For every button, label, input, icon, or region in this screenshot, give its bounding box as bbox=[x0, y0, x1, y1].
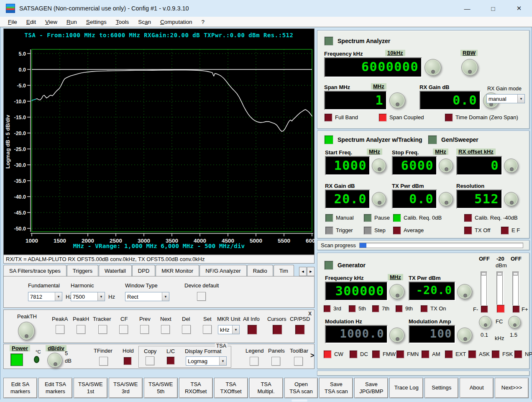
mkr-unit-select[interactable]: kHz▼ bbox=[218, 325, 240, 334]
next-button[interactable]: Next>>> bbox=[495, 378, 529, 398]
next-button[interactable] bbox=[161, 325, 170, 334]
cppsd-indicator[interactable] bbox=[295, 325, 305, 335]
save-jpg-bmp-button[interactable]: SaveJPG/BMP bbox=[354, 378, 388, 398]
menu-scan[interactable]: Scan bbox=[133, 18, 156, 26]
chevron-down-icon[interactable]: ▼ bbox=[232, 325, 239, 334]
sa-rx-gain-display[interactable]: 0.0 bbox=[419, 91, 481, 110]
maximize-button[interactable]: □ bbox=[480, 0, 506, 17]
chevron-down-icon[interactable]: ▼ bbox=[97, 292, 105, 301]
manual-indicator[interactable] bbox=[325, 214, 333, 222]
harm-5th-indicator[interactable] bbox=[348, 305, 356, 312]
legend-button[interactable] bbox=[250, 357, 258, 366]
menu-view[interactable]: View bbox=[41, 18, 62, 26]
cf-button[interactable] bbox=[119, 325, 128, 334]
about-button[interactable]: About bbox=[460, 378, 494, 398]
menu-file[interactable]: File bbox=[3, 18, 22, 26]
trk-rx-gain-knob[interactable] bbox=[372, 192, 386, 206]
sa-rbw-label[interactable]: RBW bbox=[460, 50, 478, 56]
copy-button[interactable] bbox=[146, 356, 154, 365]
gen-level-slider-left[interactable] bbox=[481, 271, 487, 307]
harm-7th-indicator[interactable] bbox=[372, 305, 379, 312]
start-freq-step-button[interactable]: MHz bbox=[367, 149, 382, 155]
spectrum-plot[interactable]: TSA - From:1000 MHz to:6000 MHz RXGain:2… bbox=[3, 28, 315, 255]
edit-tsa-markers-button[interactable]: Edit TSAmarkers bbox=[38, 378, 72, 398]
expand-arrow-icon[interactable]: > bbox=[310, 352, 314, 359]
sa-frequency-step-button[interactable]: 10kHz bbox=[385, 50, 405, 56]
save-tsa-scan-button[interactable]: SaveTSA scan bbox=[319, 378, 353, 398]
resolution-knob[interactable] bbox=[504, 192, 518, 206]
menu-edit[interactable]: Edit bbox=[22, 18, 41, 26]
tab-scroll-right-icon[interactable]: ► bbox=[307, 267, 315, 276]
calib-0db-indicator[interactable] bbox=[393, 214, 401, 222]
device-default-checkbox[interactable] bbox=[197, 292, 206, 301]
f-plus-indicator[interactable] bbox=[512, 305, 520, 313]
tab-scroll-left-icon[interactable]: ◄ bbox=[299, 267, 307, 276]
trk-rx-gain-display[interactable]: 20.0 bbox=[325, 189, 370, 209]
pause-indicator[interactable] bbox=[363, 214, 372, 222]
tracker-button[interactable] bbox=[98, 325, 107, 334]
sa-frequency-knob[interactable] bbox=[425, 59, 441, 76]
lc-indicator[interactable] bbox=[166, 356, 175, 365]
tfinder-button[interactable] bbox=[99, 357, 108, 366]
start-freq-knob[interactable] bbox=[372, 159, 386, 173]
mode-fmn-indicator[interactable] bbox=[396, 350, 404, 358]
generator-indicator[interactable] bbox=[324, 261, 333, 270]
time-domain-indicator[interactable] bbox=[445, 113, 453, 122]
sa-span-knob[interactable] bbox=[389, 92, 405, 108]
menu-run[interactable]: Run bbox=[62, 18, 82, 26]
trk-tx-pwr-knob[interactable] bbox=[439, 192, 453, 206]
tab-dpd[interactable]: DPD bbox=[132, 265, 155, 276]
display-format-select[interactable]: Logmag▼ bbox=[186, 356, 227, 366]
mode-ask-indicator[interactable] bbox=[468, 350, 476, 358]
tsa-txoffset-button[interactable]: TSATXOffset bbox=[214, 378, 248, 398]
harm-9th-indicator[interactable] bbox=[395, 305, 403, 312]
chevron-down-icon[interactable]: ▼ bbox=[517, 95, 524, 103]
close-button[interactable]: ✕ bbox=[506, 0, 532, 17]
menu-tools[interactable]: Tools bbox=[111, 18, 134, 26]
span-coupled-indicator[interactable] bbox=[379, 113, 387, 122]
tab-nfg-analyzer[interactable]: NF/G Analyzer bbox=[200, 265, 247, 276]
all-info-indicator[interactable] bbox=[247, 325, 257, 335]
open-tsa-scan-button[interactable]: OpenTSA scan bbox=[284, 378, 318, 398]
gen-frequency-step-button[interactable]: MHz bbox=[388, 274, 403, 280]
tab-sa-filters[interactable]: SA Filters/trace types bbox=[3, 265, 66, 276]
tsa-multipl-button[interactable]: TSAMultipl. bbox=[249, 378, 283, 398]
ef-indicator[interactable] bbox=[501, 226, 509, 235]
menu-help[interactable]: ? bbox=[197, 18, 210, 26]
tab-radio[interactable]: Radio bbox=[247, 265, 273, 276]
rx-offset-label[interactable]: RX offset kHz bbox=[456, 149, 496, 155]
sa-rx-gain-mode-select[interactable]: manual▼ bbox=[486, 94, 525, 103]
stop-freq-display[interactable]: 6000 bbox=[392, 156, 437, 175]
stop-freq-step-button[interactable]: MHz bbox=[433, 149, 448, 155]
resolution-display[interactable]: 512 bbox=[456, 189, 502, 209]
start-freq-display[interactable]: 1000 bbox=[325, 156, 370, 175]
toolbar-button[interactable] bbox=[294, 357, 303, 366]
hold-indicator[interactable] bbox=[123, 357, 132, 365]
tsa-swe-5th-button[interactable]: TSA/SWE5th bbox=[144, 378, 178, 398]
sa-span-step-button[interactable]: MHz bbox=[371, 83, 386, 90]
modulation-amp-knob[interactable] bbox=[457, 328, 472, 343]
plot-canvas[interactable]: 5.00.0-5.0-10.0-15.0-20.0-25.0-30.0-35.0… bbox=[4, 29, 315, 255]
trace-log-button[interactable]: Trace Log bbox=[389, 378, 423, 398]
set-button[interactable] bbox=[203, 325, 212, 334]
mode-ext-indicator[interactable] bbox=[445, 350, 453, 358]
minimize-button[interactable]: — bbox=[454, 0, 480, 17]
cursors-indicator[interactable] bbox=[272, 325, 282, 335]
tsa-swe-3rd-button[interactable]: TSA/SWE3rd bbox=[109, 378, 143, 398]
gen-tx-pwr-display[interactable]: -20.0 bbox=[409, 282, 455, 301]
calib-40db-indicator[interactable] bbox=[464, 214, 472, 222]
gen-sweeper-indicator[interactable] bbox=[428, 135, 437, 144]
modulation-hz-knob[interactable] bbox=[389, 328, 404, 343]
f-right-knob[interactable] bbox=[508, 316, 521, 328]
title-bar[interactable]: SATSAGEN (Non-commercial use only) - Con… bbox=[0, 0, 532, 17]
mode-fsk-indicator[interactable] bbox=[491, 350, 500, 358]
stop-freq-knob[interactable] bbox=[439, 159, 453, 173]
mode-npr-indicator[interactable] bbox=[514, 350, 522, 358]
harm-3rd-indicator[interactable] bbox=[323, 305, 331, 312]
dbdiv-label[interactable]: dB/div bbox=[46, 345, 66, 351]
mode-fmw-indicator[interactable] bbox=[372, 350, 380, 358]
full-band-indicator[interactable] bbox=[324, 113, 332, 122]
edit-sa-markers-button[interactable]: Edit SAmarkers bbox=[3, 378, 37, 398]
trk-tx-pwr-display[interactable]: 0.0 bbox=[392, 189, 437, 209]
del-button[interactable] bbox=[182, 325, 191, 334]
